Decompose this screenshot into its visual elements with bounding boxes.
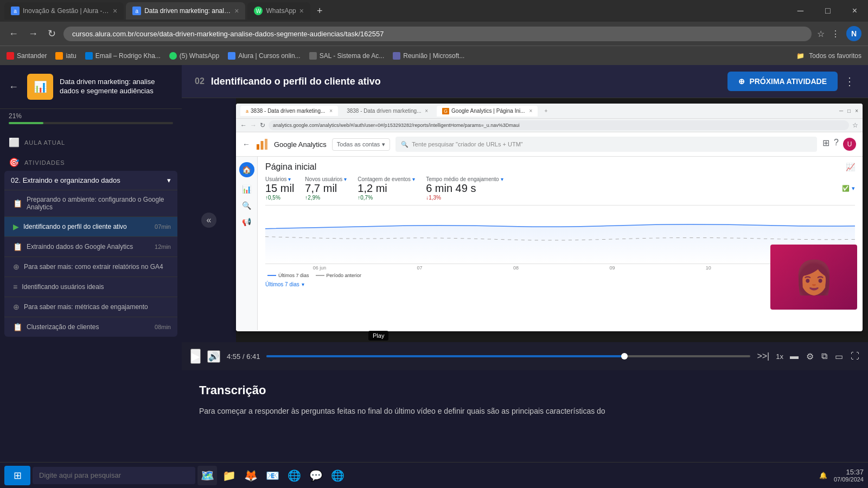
ga-minimize[interactable]: ─ <box>839 108 843 114</box>
ga-nav-icons: ⊞ ? U <box>822 138 856 151</box>
taskbar-notification-icon[interactable]: 🔔 <box>819 472 827 479</box>
ga-metric-engagement-dropdown[interactable]: ▾ <box>501 176 503 182</box>
ga-metric-new-users: Novos usuários ▾ 7,7 mil ↑2,9% <box>305 176 347 201</box>
ga-metric-events-dropdown[interactable]: ▾ <box>412 176 415 182</box>
bookmark-reuniao[interactable]: Reunião | Microsoft... <box>393 52 464 60</box>
ga-metric-add[interactable]: ✅ ▾ <box>842 176 855 201</box>
bookmark-icon[interactable]: ☆ <box>817 29 825 39</box>
bookmark-sal[interactable]: SAL - Sistema de Ac... <box>309 52 385 60</box>
sidebar-lesson-4[interactable]: ≡ Identificando usuários ideais <box>4 277 177 297</box>
bookmark-email[interactable]: Email – Rodrigo Kha... <box>85 52 161 60</box>
sidebar-lesson-5[interactable]: ⊕ Para saber mais: métricas de engajamen… <box>4 297 177 317</box>
ga-home-btn[interactable]: 🏠 <box>239 162 254 177</box>
play-button[interactable]: ▶ <box>190 349 201 364</box>
header-more-button[interactable]: ⋮ <box>844 75 855 88</box>
speed-button[interactable]: 1x <box>776 352 783 361</box>
tab-1-close[interactable]: × <box>113 7 117 15</box>
ga-period-selector[interactable]: Últimos 7 dias ▾ <box>265 281 304 287</box>
ga-explore-icon[interactable]: 🔍 <box>242 201 251 210</box>
fullscreen-button[interactable]: ⛶ <box>851 351 859 362</box>
ga-address-input[interactable]: analytics.google.com/analytics/web/#/aut… <box>269 120 849 130</box>
taskbar-chrome-icon[interactable]: 🌐 <box>284 466 304 485</box>
ga-restore[interactable]: □ <box>847 108 851 114</box>
ga-reload-btn[interactable]: ↻ <box>260 121 265 129</box>
back-button[interactable]: ← <box>7 26 21 42</box>
ga-trend-icon[interactable]: 📈 <box>846 163 855 171</box>
browser-menu-icon[interactable]: ⋮ <box>831 29 840 39</box>
start-button[interactable]: ⊞ <box>4 466 30 485</box>
ga-tab-2-close[interactable]: × <box>425 108 428 114</box>
collapse-button[interactable]: « <box>201 213 216 228</box>
next-activity-button[interactable]: ⊕ PRÓXIMA ATIVIDADE <box>727 72 838 91</box>
volume-button[interactable]: 🔊 <box>207 350 220 363</box>
ga-metric-users-dropdown[interactable]: ▾ <box>288 176 291 182</box>
main-layout: ← 📊 Data driven marketing: analise dados… <box>0 65 868 488</box>
profile-avatar[interactable]: N <box>846 26 861 41</box>
ga-metric-new-users-dropdown[interactable]: ▾ <box>344 176 347 182</box>
ga-tab-3-title: Google Analytics | Página Ini... <box>451 108 525 114</box>
taskbar-search-input[interactable] <box>33 467 195 484</box>
ga-advertising-icon[interactable]: 📢 <box>242 217 251 226</box>
player-progress-bar[interactable] <box>266 355 750 357</box>
ga-tab-3-close[interactable]: × <box>529 108 533 114</box>
ga-back-nav[interactable]: ← <box>242 140 250 149</box>
sidebar-lesson-6[interactable]: 📋 Clusterização de clientes 08min <box>4 317 177 337</box>
taskbar-email-icon[interactable]: 📧 <box>263 466 282 485</box>
ga-user-avatar[interactable]: U <box>843 138 856 151</box>
tab-3-close[interactable]: × <box>299 7 304 15</box>
ga-close[interactable]: × <box>855 108 858 114</box>
taskbar-edge-icon[interactable]: 🌐 <box>328 466 347 485</box>
bookmark-santander[interactable]: Santander <box>7 52 47 60</box>
ga-tab-2: 3838 - Data driven marketing... × <box>341 106 433 116</box>
sidebar-module-header[interactable]: 02. Extraindo e organizando dados ▾ <box>4 171 177 190</box>
address-input[interactable] <box>63 27 812 41</box>
new-tab-button[interactable]: + <box>312 5 327 17</box>
taskbar-map-icon[interactable]: 🗺️ <box>197 466 217 485</box>
tab-3[interactable]: W WhatsApp × <box>247 2 310 20</box>
bookmark-alura[interactable]: Alura | Cursos onlin... <box>228 52 301 60</box>
sidebar-progress-fill <box>9 122 43 124</box>
ga-new-tab[interactable]: + <box>544 108 547 114</box>
ga-fwd-btn[interactable]: → <box>250 121 257 129</box>
ga-back-btn[interactable]: ← <box>240 121 247 129</box>
forward-button[interactable]: → <box>26 26 40 42</box>
ga-help-icon[interactable]: ? <box>834 138 839 151</box>
bookmark-iatu[interactable]: iatu <box>55 52 76 60</box>
ga-account-selector[interactable]: Todas as contas ▾ <box>332 138 391 151</box>
bookmark-whatsapp[interactable]: (5) WhatsApp <box>169 52 219 60</box>
tab-1[interactable]: a Inovação & Gestão | Alura - Cu... × <box>4 2 124 20</box>
ga-metric-users: Usuários ▾ 15 mil ↑0,5% <box>265 176 294 201</box>
ga-bookmark-icon[interactable]: ☆ <box>852 121 858 129</box>
ga-metric-users-value: 15 mil <box>265 182 294 195</box>
ga-grid-icon[interactable]: ⊞ <box>822 138 829 151</box>
bookmarks-folder-icon[interactable]: 📁 <box>796 52 805 60</box>
minimize-button[interactable]: ─ <box>791 6 810 16</box>
skip-forward-btn[interactable]: >>| <box>757 351 769 361</box>
sidebar-lesson-2[interactable]: 📋 Extraindo dados do Google Analytics 12… <box>4 236 177 256</box>
ga-search-box[interactable]: 🔍 Tente pesquisar "criador de URLs + UTM… <box>395 137 817 152</box>
skip-forward-icon: >>| <box>757 351 769 361</box>
settings-button[interactable]: ⚙ <box>806 351 814 362</box>
pip-button[interactable]: ⧉ <box>821 351 827 362</box>
ga-reports-icon[interactable]: 📊 <box>242 185 251 194</box>
taskbar-file-icon[interactable]: 📁 <box>219 466 239 485</box>
sidebar-lesson-0[interactable]: 📋 Preparando o ambiente: configurando o … <box>4 190 177 216</box>
sidebar-lesson-1[interactable]: ▶ Identificando o perfil do cliente ativ… <box>4 216 177 236</box>
tab-2-close[interactable]: × <box>234 7 239 15</box>
taskbar-firefox-icon[interactable]: 🦊 <box>241 466 260 485</box>
reload-button[interactable]: ↻ <box>46 25 58 42</box>
sidebar-back-button[interactable]: ← <box>9 81 18 93</box>
ga-metric-engagement-change: ↓1,3% <box>426 195 503 201</box>
maximize-button[interactable]: □ <box>819 6 837 16</box>
player-progress-handle[interactable] <box>621 353 628 359</box>
theatre-button[interactable]: ▭ <box>835 351 843 362</box>
sidebar-lesson-3[interactable]: ⊕ Para saber mais: como extrair relatóri… <box>4 256 177 277</box>
subtitles-button[interactable]: ▬ <box>790 351 799 362</box>
taskbar-whatsapp-icon[interactable]: 💬 <box>306 466 326 485</box>
close-button[interactable]: × <box>846 6 864 16</box>
bookmark-santander-label: Santander <box>17 52 47 60</box>
ga-tab-1-close[interactable]: × <box>329 108 333 114</box>
instructor-placeholder: 👩 <box>770 245 857 310</box>
current-class-icon: ⬜ <box>9 137 20 147</box>
tab-2[interactable]: a Data driven marketing: analise... × <box>126 2 245 20</box>
